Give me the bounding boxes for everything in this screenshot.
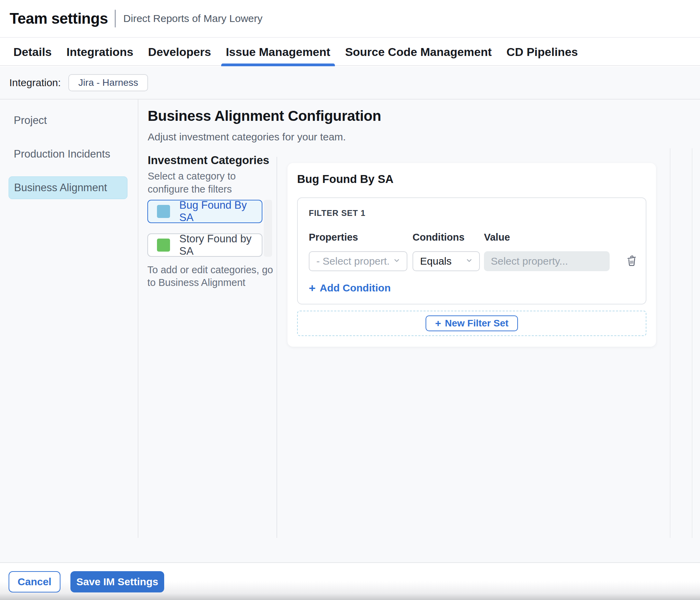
save-im-settings-button[interactable]: Save IM Settings [70, 571, 164, 592]
conditions-select-value: Equals [420, 255, 463, 267]
category-label: Bug Found By SA [179, 199, 262, 224]
team-settings-page: Team settings Direct Reports of Mary Low… [0, 0, 700, 600]
plus-icon: + [309, 282, 316, 294]
categories-note: To add or edit categories, go to Busines… [147, 264, 274, 289]
page-title: Team settings [10, 10, 108, 27]
investment-categories-description: Select a category to configure the filte… [148, 170, 271, 196]
integration-row: Integration: Jira - Harness [0, 67, 700, 99]
title-separator [115, 10, 116, 27]
category-swatch-blue [157, 205, 170, 218]
filter-card-title: Bug Found By SA [297, 173, 393, 186]
category-list-scrollbar[interactable] [264, 200, 272, 257]
value-input[interactable] [484, 251, 610, 271]
column-header-value: Value [484, 232, 610, 243]
tab-issue-management[interactable]: Issue Management [226, 38, 330, 66]
column-header-conditions: Conditions [413, 232, 484, 243]
filter-column-headers: Properties Conditions Value [309, 232, 646, 243]
section-subheading: Adjust investment categories for your te… [148, 131, 346, 143]
right-gutter-line-1 [670, 148, 670, 538]
chevron-down-icon [393, 257, 400, 266]
filter-condition-row: - Select propert... Equals [309, 251, 646, 271]
tab-developers[interactable]: Developers [148, 38, 211, 66]
add-condition-button[interactable]: + Add Condition [309, 282, 646, 294]
section-heading: Business Alignment Configuration [148, 108, 381, 124]
filter-set-box: FILTER SET 1 Properties Conditions Value… [297, 197, 646, 304]
footer-bar: Cancel Save IM Settings [0, 562, 700, 600]
new-filter-set-button[interactable]: + New Filter Set [426, 315, 518, 331]
sidebar-item-business-alignment[interactable]: Business Alignment [9, 176, 127, 199]
tab-details[interactable]: Details [13, 38, 52, 66]
tab-cd-pipelines[interactable]: CD Pipelines [507, 38, 578, 66]
categories-divider [276, 157, 277, 538]
integration-chip[interactable]: Jira - Harness [68, 74, 148, 91]
tab-integrations[interactable]: Integrations [67, 38, 134, 66]
new-filter-set-label: New Filter Set [445, 318, 508, 329]
category-button-story-found-by-sa[interactable]: Story Found by SA [147, 233, 262, 257]
sidebar-divider [138, 100, 138, 538]
cancel-button[interactable]: Cancel [9, 571, 60, 592]
category-label: Story Found by SA [179, 233, 262, 257]
investment-categories-title: Investment Categories [148, 154, 269, 167]
column-header-properties: Properties [309, 232, 413, 243]
plus-icon: + [435, 318, 441, 328]
settings-sidebar: Project Production Incidents Business Al… [0, 100, 138, 210]
category-swatch-green [157, 239, 170, 252]
integration-label: Integration: [9, 77, 61, 89]
page-header: Team settings Direct Reports of Mary Low… [0, 0, 700, 38]
sidebar-item-project[interactable]: Project [9, 109, 127, 132]
properties-select[interactable]: - Select propert... [309, 251, 407, 271]
filter-set-title: FILTER SET 1 [309, 208, 646, 218]
tab-source-code-management[interactable]: Source Code Management [345, 38, 492, 66]
page-subtitle: Direct Reports of Mary Lowery [123, 13, 262, 24]
tab-bar: Details Integrations Developers Issue Ma… [0, 38, 700, 66]
sidebar-item-production-incidents[interactable]: Production Incidents [9, 143, 127, 165]
category-button-bug-found-by-sa[interactable]: Bug Found By SA [147, 200, 262, 223]
filter-configuration-card: Bug Found By SA FILTER SET 1 Properties … [287, 163, 656, 347]
delete-condition-button[interactable] [624, 254, 639, 269]
content-area: Project Production Incidents Business Al… [0, 99, 700, 562]
chevron-down-icon [465, 257, 473, 266]
add-condition-label: Add Condition [320, 282, 391, 294]
properties-select-placeholder: - Select propert... [316, 255, 390, 267]
trash-icon [625, 254, 638, 268]
right-gutter-line-2 [692, 148, 692, 538]
conditions-select[interactable]: Equals [413, 251, 480, 271]
new-filter-set-dropzone: + New Filter Set [297, 311, 646, 336]
